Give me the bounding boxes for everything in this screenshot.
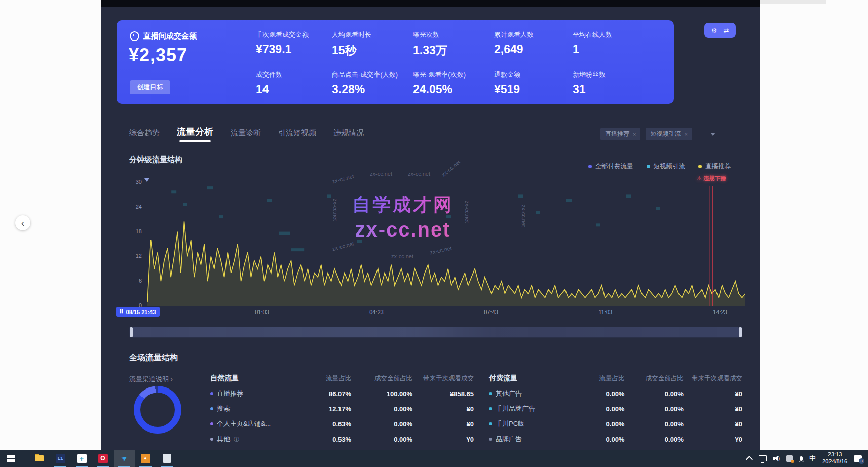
legend-item[interactable]: 全部付费流量 — [588, 162, 633, 171]
channel-dot — [210, 438, 213, 441]
filter-chip-label: 短视频引流 — [650, 130, 681, 138]
taskbar-notepad[interactable] — [156, 450, 177, 467]
kpi-metric: 商品点击-成交率(人数)3.28% — [332, 70, 413, 96]
channel-name: 搜索 — [210, 404, 290, 413]
start-button[interactable] — [0, 450, 21, 467]
kpi-metric-value: ¥739.1 — [256, 43, 332, 56]
x-axis-start-label[interactable]: ⠿ 08/15 21:43 — [116, 307, 160, 317]
kpi-metric-label: 千次观看成交金额 — [256, 30, 332, 40]
input-language-indicator[interactable]: 中 — [809, 454, 816, 463]
clock[interactable]: 23:13 2024/8/16 — [822, 451, 847, 465]
previous-button[interactable]: ‹ — [15, 215, 30, 230]
swap-icon[interactable]: ⇄ — [723, 27, 729, 34]
channel-value: 0.00% — [624, 390, 683, 398]
notification-center-icon[interactable]: 3 — [854, 455, 862, 462]
tab-综合趋势[interactable]: 综合趋势 — [129, 128, 160, 142]
channel-name: 直播推荐 — [210, 389, 290, 398]
x-tick-label: 07:43 — [484, 309, 498, 315]
legend-item[interactable]: 直播推荐 — [698, 162, 731, 171]
channel-value: 0.00% — [624, 436, 683, 443]
x-tick-label: 14:23 — [713, 309, 727, 315]
channel-value: 0.00% — [565, 420, 624, 428]
notepad-icon — [163, 454, 171, 463]
pointer-app-icon: ➤ — [119, 453, 130, 464]
channel-name: 千川品牌广告 — [489, 404, 565, 413]
channel-value: ¥0 — [412, 420, 474, 428]
kpi-metric-value: 3.28% — [332, 83, 413, 96]
tab-引流短视频[interactable]: 引流短视频 — [278, 128, 316, 142]
channel-value: 0.00% — [351, 436, 412, 443]
window-top-strip — [101, 0, 760, 7]
traffic-line-chart[interactable]: ⚠ 违规下播 ⠿ 08/15 21:43 01:0304:2307:4311:0… — [147, 182, 745, 306]
chart-canvas — [147, 182, 745, 306]
filter-chip-label: 直播推荐 — [605, 130, 629, 138]
channel-label: 千川品牌广告 — [496, 404, 535, 413]
watermark-small: zx-cc.net — [408, 171, 430, 177]
volume-icon[interactable]: ) — [773, 456, 780, 461]
kpi-metric-label: 退款金额 — [494, 70, 573, 80]
app-l1-icon: L1 — [56, 454, 65, 463]
app-o-icon: O — [98, 454, 108, 463]
channel-value: 12.17% — [290, 405, 351, 413]
channel-dot — [489, 422, 492, 425]
tray-app-icon[interactable] — [786, 455, 793, 462]
info-icon[interactable]: ⓘ — [234, 436, 239, 443]
y-tick-label: 12 — [128, 253, 142, 259]
channel-value: 0.00% — [351, 405, 412, 413]
channel-value: 0.63% — [290, 420, 351, 428]
table-group-title: 自然流量 — [210, 374, 290, 383]
gear-icon[interactable]: ⚙ — [711, 27, 718, 34]
channel-value: 0.00% — [624, 420, 683, 428]
camera-app-icon: ● — [141, 454, 150, 463]
create-goal-button[interactable]: 创建目标 — [130, 80, 170, 94]
y-tick-label: 24 — [128, 204, 142, 210]
table-group-title: 付费流量 — [489, 374, 565, 383]
channel-dot — [210, 407, 213, 410]
kpi-metric: 曝光次数1.33万 — [413, 30, 494, 58]
kpi-metric-value: 1.33万 — [413, 43, 494, 58]
kpi-metric: 千次观看成交金额¥739.1 — [256, 30, 332, 58]
channel-dot — [489, 438, 492, 441]
channel-label: 其他 — [217, 435, 230, 444]
x-tick-label: 11:03 — [599, 309, 613, 315]
datazoom-right-handle[interactable] — [739, 327, 742, 337]
remove-chip-icon[interactable]: × — [633, 131, 636, 137]
taskbar-app-o[interactable]: O — [92, 450, 114, 467]
filter-chip[interactable]: 短视频引流× — [646, 128, 692, 140]
kpi-metric: 累计观看人数2,649 — [494, 30, 573, 58]
legend-item[interactable]: 短视频引流 — [647, 162, 686, 171]
legend-label: 直播推荐 — [705, 162, 731, 171]
remove-chip-icon[interactable]: × — [684, 131, 687, 137]
channel-value: ¥0 — [684, 436, 742, 443]
channel-value: 100.00% — [351, 390, 412, 398]
datazoom-left-handle[interactable] — [130, 327, 133, 337]
tab-违规情况[interactable]: 违规情况 — [333, 128, 364, 142]
kpi-metric-label: 商品点击-成交率(人数) — [332, 70, 413, 80]
datazoom-window[interactable] — [133, 327, 739, 337]
taskbar-explorer[interactable] — [28, 450, 50, 467]
watermark-small: zx-cc.net — [464, 201, 470, 223]
tab-流量分析[interactable]: 流量分析 — [177, 126, 213, 142]
microphone-icon[interactable] — [800, 456, 803, 461]
chevron-down-icon[interactable] — [710, 133, 715, 136]
table-row: 其他ⓘ0.53%0.00%¥0 — [210, 435, 474, 444]
taskbar-app-pointer[interactable]: ➤ — [114, 450, 135, 467]
channel-explain-link[interactable]: 流量渠道说明 › — [129, 375, 173, 384]
chart-datazoom-bar[interactable] — [129, 327, 742, 338]
tray-expand-icon[interactable] — [746, 456, 753, 463]
kpi-metric-grid: 千次观看成交金额¥739.1人均观看时长15秒曝光次数1.33万累计观看人数2,… — [256, 30, 659, 96]
kpi-metric-label: 曝光-观看率(次数) — [413, 70, 494, 80]
table-row: 品牌广告0.00%0.00%¥0 — [489, 435, 742, 444]
table-header-row: 自然流量流量占比成交金额占比带来千次观看成交 — [210, 374, 474, 383]
network-icon[interactable] — [759, 455, 767, 461]
filter-chip[interactable]: 直播推荐× — [600, 128, 640, 140]
table-column-header: 成交金额占比 — [624, 374, 683, 383]
legend-dot — [588, 165, 592, 168]
taskbar-app-plus[interactable]: + — [71, 450, 92, 467]
channel-name: 其他广告 — [489, 389, 565, 398]
taskbar-app-l1[interactable]: L1 — [50, 450, 71, 467]
tab-流量诊断[interactable]: 流量诊断 — [231, 128, 261, 142]
taskbar-app-cam[interactable]: ● — [135, 450, 156, 467]
chart-legend: 全部付费流量短视频引流直播推荐 — [588, 162, 731, 171]
banner-tools: ⚙ ⇄ — [704, 23, 736, 38]
